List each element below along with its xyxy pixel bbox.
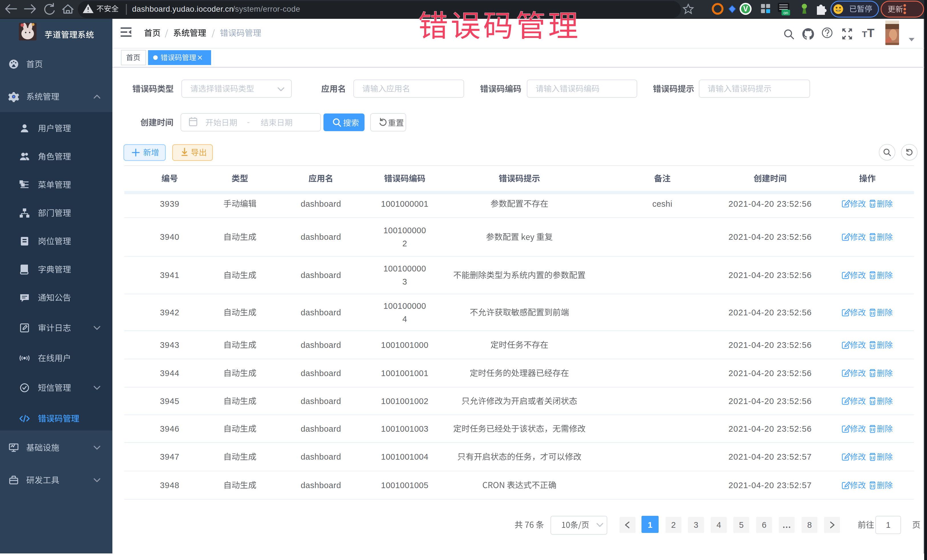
svg-text:1001001005: 1001001005 <box>381 481 429 490</box>
svg-text:1001001004: 1001001004 <box>381 452 429 461</box>
svg-text:1001000001: 1001000001 <box>381 199 429 208</box>
svg-text:T: T <box>862 29 867 39</box>
svg-text:1001001002: 1001001002 <box>381 397 429 406</box>
svg-text:1: 1 <box>886 521 891 530</box>
svg-text:2021-04-20 23:52:56: 2021-04-20 23:52:56 <box>728 232 812 241</box>
svg-text:2021-04-20 23:52:56: 2021-04-20 23:52:56 <box>728 397 812 406</box>
svg-text:ceshi: ceshi <box>652 199 672 208</box>
svg-text:dashboard: dashboard <box>301 452 341 461</box>
svg-text:2: 2 <box>403 239 407 248</box>
svg-text:1001001003: 1001001003 <box>381 424 429 433</box>
svg-text:on: on <box>784 10 789 15</box>
svg-text:3941: 3941 <box>160 270 180 280</box>
svg-text:100100000: 100100000 <box>383 264 426 273</box>
svg-text:/system/error-code: /system/error-code <box>233 5 300 14</box>
svg-text:1: 1 <box>648 521 652 530</box>
svg-text:dashboard: dashboard <box>301 424 341 433</box>
svg-text:dashboard: dashboard <box>301 481 341 490</box>
svg-text:T: T <box>867 26 874 39</box>
svg-text:3940: 3940 <box>160 232 180 241</box>
svg-text:3943: 3943 <box>160 340 180 349</box>
svg-text:1001001001: 1001001001 <box>381 369 429 378</box>
svg-text:dashboard.yudao.iocoder.cn: dashboard.yudao.iocoder.cn <box>132 5 234 14</box>
svg-text:2021-04-20 23:52:57: 2021-04-20 23:52:57 <box>728 481 812 490</box>
svg-text:dashboard: dashboard <box>301 308 341 317</box>
svg-text:2021-04-20 23:52:57: 2021-04-20 23:52:57 <box>728 452 812 461</box>
svg-text:3946: 3946 <box>160 424 180 433</box>
svg-text:8: 8 <box>807 521 812 530</box>
svg-text:dashboard: dashboard <box>301 397 341 406</box>
svg-text:3942: 3942 <box>160 308 180 317</box>
svg-text:100100000: 100100000 <box>383 226 426 235</box>
svg-text:6: 6 <box>762 521 766 530</box>
svg-text:3: 3 <box>403 277 407 286</box>
svg-text:1001001000: 1001001000 <box>381 340 429 349</box>
svg-text:dashboard: dashboard <box>301 199 341 208</box>
svg-text:3945: 3945 <box>160 397 180 406</box>
svg-text:3948: 3948 <box>160 481 180 490</box>
svg-text:2021-04-20 23:52:56: 2021-04-20 23:52:56 <box>728 308 812 317</box>
svg-text:dashboard: dashboard <box>301 232 341 241</box>
svg-text:3944: 3944 <box>160 369 180 378</box>
svg-text:100100000: 100100000 <box>383 301 426 311</box>
svg-text:dashboard: dashboard <box>301 270 341 280</box>
svg-text:2021-04-20 23:52:56: 2021-04-20 23:52:56 <box>728 424 812 433</box>
svg-text:4: 4 <box>403 314 407 323</box>
svg-text:2021-04-20 23:52:56: 2021-04-20 23:52:56 <box>728 369 812 378</box>
svg-text:2021-04-20 23:52:56: 2021-04-20 23:52:56 <box>728 340 812 349</box>
svg-text:3939: 3939 <box>160 199 180 208</box>
svg-text:4: 4 <box>716 521 721 530</box>
svg-text:3947: 3947 <box>160 452 180 461</box>
svg-text:2021-04-20 23:52:56: 2021-04-20 23:52:56 <box>728 199 812 208</box>
svg-text:dashboard: dashboard <box>301 369 341 378</box>
svg-text:5: 5 <box>739 521 744 530</box>
svg-text:3: 3 <box>694 521 698 530</box>
svg-text:2021-04-20 23:52:56: 2021-04-20 23:52:56 <box>728 270 812 280</box>
svg-text:2: 2 <box>671 521 676 530</box>
svg-text:dashboard: dashboard <box>301 340 341 349</box>
